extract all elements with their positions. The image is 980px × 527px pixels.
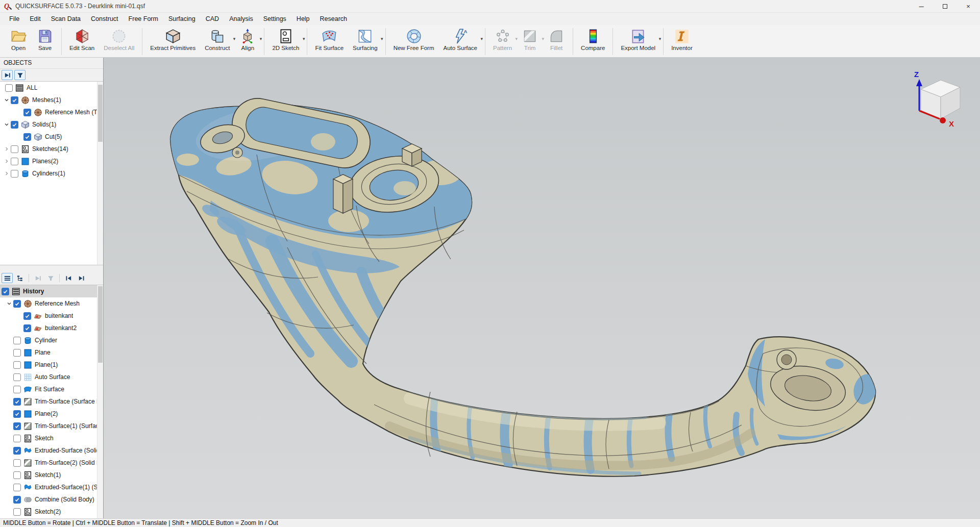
visibility-checkbox[interactable] [13,484,21,491]
menu-research[interactable]: Research [315,14,353,24]
objects-tree-item-planes-2[interactable]: Planes(2) [0,155,103,167]
history-tree-item-plane-2[interactable]: Plane(2) [0,408,103,420]
history-tree-item-buitenkant[interactable]: buitenkant [0,310,103,322]
menu-construct[interactable]: Construct [86,14,124,24]
history-tree-item-fit-surface[interactable]: Fit Surface [0,383,103,395]
menu-cad[interactable]: CAD [201,14,224,24]
chevron-right-icon[interactable] [3,145,11,153]
menu-file[interactable]: File [4,14,24,24]
objects-tree-item-meshes-1[interactable]: Meshes(1) [0,94,103,106]
dropdown-arrow-icon[interactable]: ▾ [659,36,662,41]
visibility-checkbox[interactable] [23,109,31,116]
toolbar-button-fillet[interactable]: Fillet [543,26,570,57]
minimize-button[interactable]: ─ [910,0,933,12]
visibility-checkbox[interactable] [13,349,21,357]
visibility-checkbox[interactable] [13,300,21,308]
history-tree-item-sketch-1[interactable]: Sketch(1) [0,469,103,481]
chevron-down-icon[interactable] [3,96,11,104]
toolbar-button-auto-surface[interactable]: AAuto Surface▾ [439,26,482,57]
visibility-checkbox[interactable] [13,337,21,344]
visibility-checkbox[interactable] [11,170,18,178]
toolbar-button-save[interactable]: Save [32,26,58,57]
panel-button-show-selected[interactable] [2,70,13,80]
visibility-checkbox[interactable] [13,471,21,479]
history-tree-item-sketch-2[interactable]: Sketch(2) [0,506,103,518]
visibility-checkbox[interactable] [13,361,21,369]
toolbar-button-new-free-form[interactable]: New Free Form [389,26,439,57]
history-tree-item-trim-surface-surface-e[interactable]: Trim-Surface (Surface E [0,395,103,408]
dropdown-arrow-icon[interactable]: ▾ [303,36,305,41]
visibility-checkbox[interactable] [5,84,13,92]
dropdown-arrow-icon[interactable]: ▾ [260,36,262,41]
objects-tree-item-all[interactable]: ALL [0,82,103,94]
objects-tree-scrollbar[interactable] [97,82,103,265]
menu-surfacing[interactable]: Surfacing [163,14,201,24]
toolbar-button-trim[interactable]: Trim▾ [517,26,543,57]
toolbar-button-inventor[interactable]: Inventor [667,26,697,57]
history-tree-item-trim-surface-1-surfac[interactable]: Trim-Surface(1) (Surfac [0,420,103,432]
objects-tree-item-reference-mesh-t-625[interactable]: Reference Mesh (T: 625 [0,106,103,118]
objects-tree-item-cut-5[interactable]: Cut(5) [0,131,103,143]
dropdown-arrow-icon[interactable]: ▾ [381,36,383,41]
scrollbar-thumb[interactable] [98,85,103,142]
toolbar-button-extract-primitives[interactable]: Extract Primitives [145,26,200,57]
dropdown-arrow-icon[interactable]: ▾ [480,36,483,41]
history-tree-item-reference-mesh[interactable]: Reference Mesh [0,297,103,310]
history-tree-scrollbar[interactable] [97,285,103,518]
maximize-button[interactable] [933,0,957,12]
menu-settings[interactable]: Settings [258,14,291,24]
visibility-checkbox[interactable] [23,133,31,141]
visibility-checkbox[interactable] [2,288,9,295]
history-tree-item-cylinder[interactable]: Cylinder [0,334,103,346]
panel-button-filter[interactable] [14,70,26,80]
visibility-checkbox[interactable] [11,96,18,104]
history-tree-item-history[interactable]: History [0,285,103,297]
visibility-checkbox[interactable] [13,496,21,504]
history-tree-item-plane-1[interactable]: Plane(1) [0,359,103,371]
menu-analysis[interactable]: Analysis [224,14,258,24]
history-tree-item-sketch[interactable]: Sketch [0,432,103,444]
toolbar-button-align[interactable]: Align▾ [234,26,261,57]
visibility-checkbox[interactable] [23,312,31,320]
menu-edit[interactable]: Edit [24,14,46,24]
toolbar-button-edit-scan[interactable]: Edit Scan [65,26,99,57]
toolbar-button-construct[interactable]: Construct▾ [200,26,234,57]
menu-free-form[interactable]: Free Form [124,14,163,24]
toolbar-button-export-model[interactable]: Export Model▾ [616,26,660,57]
visibility-checkbox[interactable] [11,145,18,153]
viewport-3d[interactable]: Z X [104,58,980,518]
panel-splitter[interactable] [0,265,103,271]
menu-scan-data[interactable]: Scan Data [46,14,86,24]
chevron-right-icon[interactable] [3,169,11,178]
close-button[interactable]: × [957,0,980,12]
visibility-checkbox[interactable] [13,459,21,467]
history-tree-item-combine-solid-body[interactable]: Combine (Solid Body) [0,493,103,506]
toolbar-button-compare[interactable]: Compare [576,26,609,57]
visibility-checkbox[interactable] [13,398,21,406]
visibility-checkbox[interactable] [13,447,21,455]
history-tree-item-plane[interactable]: Plane [0,346,103,359]
history-tree-item-extruded-surface-solid[interactable]: Extruded-Surface (Solid [0,444,103,457]
chevron-down-icon[interactable] [3,120,11,129]
panel-button-filter[interactable] [45,273,56,283]
visibility-checkbox[interactable] [11,121,18,129]
view-cube[interactable]: Z X [914,70,960,128]
panel-button-go-last[interactable] [76,273,87,283]
objects-tree-item-cylinders-1[interactable]: Cylinders(1) [0,167,103,180]
panel-button-tree-view[interactable] [14,273,26,283]
visibility-checkbox[interactable] [13,410,21,418]
history-tree-item-buitenkant2[interactable]: buitenkant2 [0,322,103,334]
visibility-checkbox[interactable] [13,422,21,430]
panel-button-go-first[interactable] [63,273,74,283]
panel-button-list-view[interactable] [2,273,13,283]
toolbar-button-surfacing[interactable]: Surfacing▾ [348,26,382,57]
chevron-right-icon[interactable] [3,157,11,165]
history-tree-item-extruded-surface-1-so[interactable]: Extruded-Surface(1) (So [0,481,103,493]
toolbar-button-pattern[interactable]: Pattern▾ [488,26,517,57]
visibility-checkbox[interactable] [23,324,31,332]
visibility-checkbox[interactable] [13,508,21,516]
history-tree-item-trim-surface-2-solid-e[interactable]: Trim-Surface(2) (Solid E [0,457,103,469]
chevron-down-icon[interactable] [5,299,13,308]
menu-help[interactable]: Help [291,14,315,24]
history-tree-item-auto-surface[interactable]: Auto Surface [0,371,103,383]
